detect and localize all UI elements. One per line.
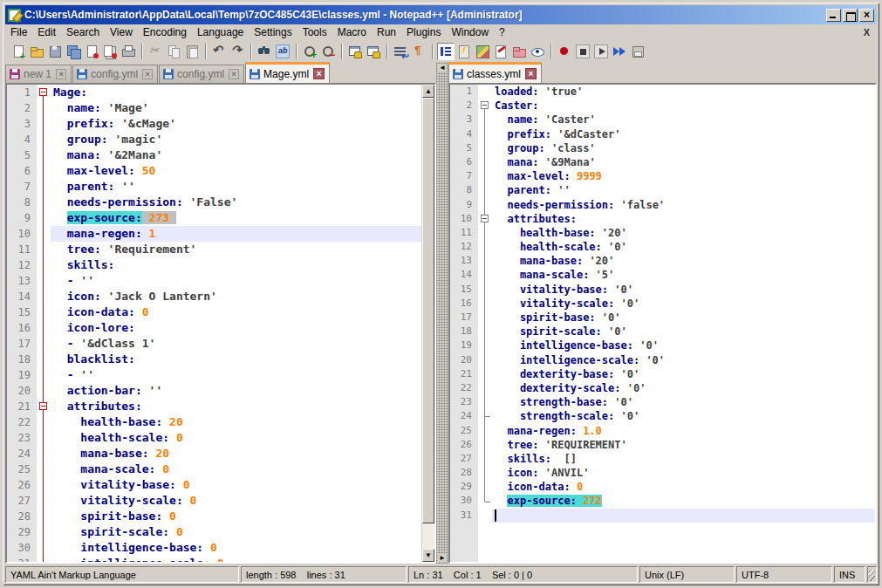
menu-item-tools[interactable]: Tools (297, 25, 332, 39)
line-number[interactable]: 25 (7, 462, 37, 477)
code-line-5[interactable]: group: 'class' (492, 141, 875, 155)
save-file-button[interactable] (46, 43, 64, 60)
open-file-button[interactable] (28, 43, 45, 60)
save-all-button[interactable] (65, 43, 82, 60)
code-line-2[interactable]: name: 'Mage' (51, 100, 421, 116)
code-line-28[interactable]: icon: 'ANVIL' (492, 466, 875, 480)
line-number[interactable]: 19 (7, 367, 37, 383)
menu-item-plugins[interactable]: Plugins (401, 25, 446, 39)
line-number[interactable]: 30 (450, 494, 478, 508)
line-number[interactable]: 4 (7, 132, 37, 147)
copy-button[interactable] (165, 43, 182, 60)
code-line-5[interactable]: mana: '&2Mana' (51, 147, 421, 163)
scroll-up-button[interactable]: ▲ (422, 85, 434, 98)
line-number[interactable]: 31 (7, 556, 37, 564)
tab-config-yml[interactable]: config.yml× (72, 65, 158, 83)
line-number[interactable]: 9 (450, 198, 478, 212)
code-line-11[interactable]: health-base: '20' (492, 226, 875, 240)
line-number[interactable]: 11 (450, 226, 478, 240)
tab-new-1[interactable]: new 1× (5, 65, 72, 83)
replace-button[interactable] (274, 43, 291, 60)
line-number[interactable]: 10 (450, 212, 478, 226)
scroll-down-button[interactable]: ▼ (422, 549, 434, 562)
macro-run-multiple-button[interactable] (611, 43, 628, 60)
line-number[interactable]: 21 (7, 399, 37, 414)
code-line-24[interactable]: mana-base: 20 (51, 446, 421, 462)
function-list-button[interactable] (455, 43, 473, 60)
code-line-22[interactable]: health-base: 20 (51, 414, 421, 430)
line-number[interactable]: 5 (7, 147, 37, 163)
line-number[interactable]: 2 (7, 100, 37, 116)
code-area-right[interactable]: loaded: 'true'Caster: name: 'Caster' pre… (492, 85, 875, 562)
line-number[interactable]: 13 (7, 273, 37, 289)
code-line-20[interactable]: intelligence-scale: '0' (492, 353, 875, 367)
code-line-19[interactable]: - '' (51, 367, 421, 383)
line-number[interactable]: 29 (7, 524, 37, 540)
code-line-6[interactable]: max-level: 50 (51, 163, 421, 179)
fold-minus-box-icon[interactable] (39, 88, 47, 96)
line-number-margin-right[interactable]: 1234567891011121314151617181920212223242… (450, 85, 478, 562)
tab-close-icon[interactable]: × (313, 68, 325, 79)
code-line-25[interactable]: mana-regen: 1.0 (492, 424, 875, 438)
menu-item-macro[interactable]: Macro (332, 25, 372, 39)
line-number[interactable]: 24 (450, 409, 478, 423)
line-number[interactable]: 16 (7, 320, 37, 336)
line-number[interactable]: 27 (450, 452, 478, 466)
line-number[interactable]: 8 (7, 195, 37, 210)
line-number[interactable]: 18 (450, 325, 478, 338)
menu-item-search[interactable]: Search (61, 25, 105, 39)
tab-close-icon[interactable]: × (56, 69, 66, 79)
splitter-collapse-right-icon[interactable]: ► (438, 554, 447, 562)
code-line-15[interactable]: vitality-base: '0' (492, 283, 875, 297)
fold-margin-right[interactable] (478, 85, 492, 562)
code-line-14[interactable]: mana-scale: '5' (492, 268, 875, 282)
line-number[interactable]: 25 (450, 424, 478, 438)
line-number[interactable]: 30 (7, 540, 37, 556)
code-line-24[interactable]: strength-scale: '0' (492, 409, 875, 423)
line-number[interactable]: 28 (450, 466, 478, 480)
code-line-9[interactable]: needs-permission: 'false' (492, 198, 875, 212)
close-doc-button[interactable] (83, 43, 100, 60)
line-number[interactable]: 27 (7, 493, 37, 509)
scrollbar-thumb[interactable] (422, 98, 434, 523)
code-line-22[interactable]: dexterity-scale: '0' (492, 381, 875, 395)
tab-close-icon[interactable]: × (525, 68, 537, 79)
line-number[interactable]: 9 (7, 210, 37, 226)
menu-item-window[interactable]: Window (446, 25, 494, 39)
line-number[interactable]: 14 (7, 289, 37, 304)
tab-close-icon[interactable]: × (229, 69, 239, 79)
fold-collapse-icon[interactable] (478, 212, 492, 226)
zoom-out-button[interactable] (319, 43, 337, 60)
line-number[interactable]: 12 (450, 240, 478, 254)
line-number[interactable]: 15 (450, 283, 478, 297)
menu-item-run[interactable]: Run (372, 25, 401, 39)
code-line-30[interactable]: intelligence-base: 0 (51, 540, 421, 556)
doc-map-button[interactable] (474, 43, 491, 60)
menu-item-view[interactable]: View (105, 25, 138, 39)
code-line-16[interactable]: icon-lore: (51, 320, 421, 336)
line-number[interactable]: 1 (450, 85, 478, 99)
code-line-26[interactable]: vitality-base: 0 (51, 477, 421, 493)
code-line-25[interactable]: mana-scale: 0 (51, 462, 421, 477)
line-number[interactable]: 17 (450, 311, 478, 325)
status-encoding[interactable]: UTF-8 (736, 566, 832, 583)
code-line-23[interactable]: health-scale: 0 (51, 430, 421, 446)
line-number[interactable]: 16 (450, 297, 478, 311)
line-number[interactable]: 6 (7, 163, 37, 179)
line-number[interactable]: 3 (450, 113, 478, 126)
code-line-26[interactable]: tree: 'REQUIREMENT' (492, 438, 875, 452)
code-line-31[interactable]: intelligence-scale: 0 (51, 556, 421, 564)
line-number[interactable]: 7 (450, 169, 478, 183)
line-number[interactable]: 19 (450, 338, 478, 352)
fold-minus-box-icon[interactable] (481, 215, 489, 222)
minimize-button[interactable] (826, 9, 841, 22)
line-number[interactable]: 31 (450, 509, 478, 523)
code-line-15[interactable]: icon-data: 0 (51, 304, 421, 320)
folder-monitor-button[interactable] (510, 43, 528, 60)
code-line-16[interactable]: vitality-scale: '0' (492, 297, 875, 311)
pane-splitter[interactable]: ◄ ► (436, 62, 448, 564)
line-number[interactable]: 7 (7, 179, 37, 195)
line-number[interactable]: 23 (7, 430, 37, 446)
fold-collapse-icon[interactable] (478, 99, 492, 113)
code-line-21[interactable]: attributes: (51, 399, 421, 414)
